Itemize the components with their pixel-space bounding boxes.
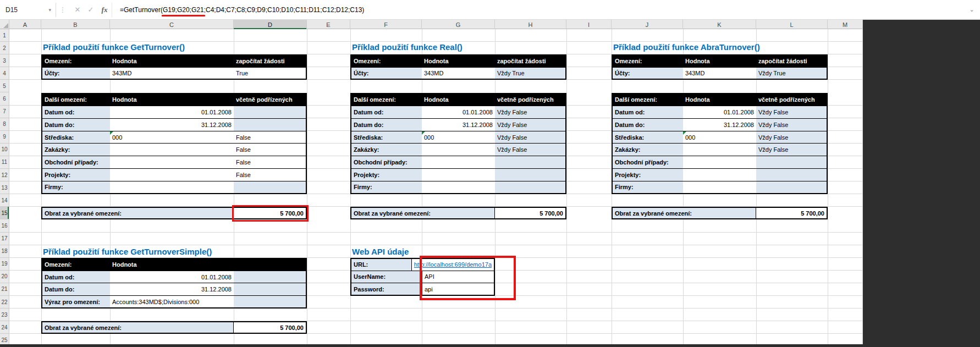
cell-value[interactable] [683,144,756,156]
total-label[interactable]: Obrat za vybrané omezení: [42,208,233,218]
cell-extra[interactable] [234,283,306,295]
insert-function-icon[interactable]: fx [97,5,112,14]
formula-bar-expand-icon[interactable]: ⌄ [964,6,980,13]
row-header-11[interactable]: 11 [0,156,9,169]
header-cell[interactable]: Hodnota [110,56,234,67]
column-header-A[interactable]: A [9,20,41,29]
header-cell[interactable]: Hodnota [110,259,306,271]
cell-flag[interactable]: Vždy False [495,106,565,118]
total-value[interactable]: 5 700,00 [494,208,565,218]
total-value[interactable]: 5 700,00 [233,208,306,218]
cell-flag[interactable] [495,169,565,181]
cell-label[interactable]: Firmy: [613,181,683,194]
cell-value[interactable]: 01.01.2008 [110,271,234,283]
cell-value[interactable]: Accounts:343MD$;Divisions:000 [110,296,234,307]
cell-label[interactable]: Firmy: [351,181,422,194]
row-header-4[interactable]: 4 [0,67,9,80]
column-header-M[interactable]: M [828,20,863,29]
section-title-abraturnover[interactable]: Příklad použití funkce AbraTurnover() [613,42,760,52]
column-header-G[interactable]: G [422,20,495,29]
cell-label[interactable]: Datum od: [613,106,683,118]
cell-flag[interactable]: Vždy False [495,131,565,144]
cell-label[interactable]: Obchodní případy: [42,156,110,168]
cell-value[interactable] [422,181,495,194]
cell-label[interactable]: Datum do: [42,283,110,295]
cell-value[interactable]: 01.01.2008 [422,106,495,118]
cell-label[interactable]: Účty: [351,68,422,79]
cell-flag[interactable] [234,181,306,194]
cell-flag[interactable]: Vždy False [756,106,827,118]
namebox-dropdown-icon[interactable]: ▾ [48,7,56,13]
cell-flag[interactable]: False [234,144,306,156]
cell-value[interactable]: 343MD [683,68,756,79]
cell-label[interactable]: Zakázky: [351,144,422,156]
cell-value[interactable]: 31.12.2008 [422,119,495,131]
cell-label[interactable]: Obchodní případy: [351,156,422,168]
header-cell[interactable]: Omezení: [42,56,110,67]
cell-flag[interactable]: Vždy True [495,68,565,79]
column-header-J[interactable]: J [612,20,683,29]
cell-label[interactable]: Zakázky: [42,144,110,156]
total-value[interactable]: 5 700,00 [756,208,827,218]
header-cell[interactable]: Omezení: [613,56,683,67]
row-header-20[interactable]: 20 [0,271,9,283]
row-header-17[interactable]: 17 [0,233,9,245]
cell-value[interactable] [110,169,234,181]
cell-flag[interactable] [756,169,827,181]
cell-flag[interactable]: Vždy True [756,68,827,79]
cell-label[interactable]: Firmy: [42,181,110,194]
section-title-getturnoversimple[interactable]: Příklad použití funkce GetTurnoverSimple… [43,247,212,256]
cell-flag[interactable]: False [234,156,306,168]
cell-flag[interactable] [234,106,306,118]
cell-extra[interactable] [234,296,306,307]
row-header-10[interactable]: 10 [0,144,9,156]
cell-label[interactable]: Obchodní případy: [613,156,683,168]
cell-flag[interactable]: Vždy False [756,119,827,131]
row-header-21[interactable]: 21 [0,283,9,296]
cancel-icon[interactable]: ✕ [71,5,84,14]
cell-label[interactable]: Datum do: [42,119,110,131]
row-header-25[interactable]: 25 [0,334,9,344]
cell-value[interactable]: 31.12.2008 [110,283,234,295]
cell-value[interactable] [422,156,495,168]
header-cell[interactable]: Hodnota [110,94,234,106]
column-header-C[interactable]: C [110,20,234,29]
row-header-3[interactable]: 3 [0,54,9,67]
header-cell[interactable]: započítat žádosti [756,56,827,67]
cell-label[interactable]: URL: [351,259,411,271]
cell-value[interactable] [110,156,234,168]
cell-label[interactable]: Výraz pro omezení: [42,296,110,307]
header-cell[interactable]: včetně podřízených [234,94,306,106]
row-header-1[interactable]: 1 [0,29,9,42]
cell-label[interactable]: Účty: [613,68,683,79]
column-header-K[interactable]: K [683,20,756,29]
header-cell[interactable]: Další omezení: [351,94,422,106]
cell-value[interactable]: 01.01.2008 [683,106,756,118]
cell-value[interactable]: 000 [422,131,495,144]
header-cell[interactable]: Omezení: [42,259,110,271]
row-header-2[interactable]: 2 [0,42,9,54]
cell-value[interactable]: 343MD [110,68,234,79]
cell-value[interactable] [683,156,756,168]
cell-flag[interactable] [234,119,306,131]
row-header-12[interactable]: 12 [0,169,9,181]
cell-flag[interactable]: True [234,68,306,79]
cell-label[interactable]: Datum do: [351,119,422,131]
cell-flag[interactable] [756,156,827,168]
header-cell[interactable]: započítat žádosti [234,56,306,67]
row-header-9[interactable]: 9 [0,131,9,144]
url-hyperlink[interactable]: http://localhost:699/demo17a [414,261,492,268]
cell-value[interactable]: http://localhost:699/demo17a [411,259,494,271]
cell-value[interactable]: 343MD [422,68,495,79]
cell-flag[interactable]: Vždy False [756,144,827,156]
header-cell[interactable]: Další omezení: [613,94,683,106]
cell-value[interactable] [110,144,234,156]
row-header-15[interactable]: 15 [0,207,9,219]
name-box[interactable]: D15 ▾ [1,3,56,17]
select-all-corner[interactable] [0,20,9,29]
row-header-8[interactable]: 8 [0,118,9,131]
cell-flag[interactable] [495,181,565,194]
column-header-D[interactable]: D [234,20,307,29]
column-header-F[interactable]: F [350,20,422,29]
header-cell[interactable]: Omezení: [351,56,422,67]
